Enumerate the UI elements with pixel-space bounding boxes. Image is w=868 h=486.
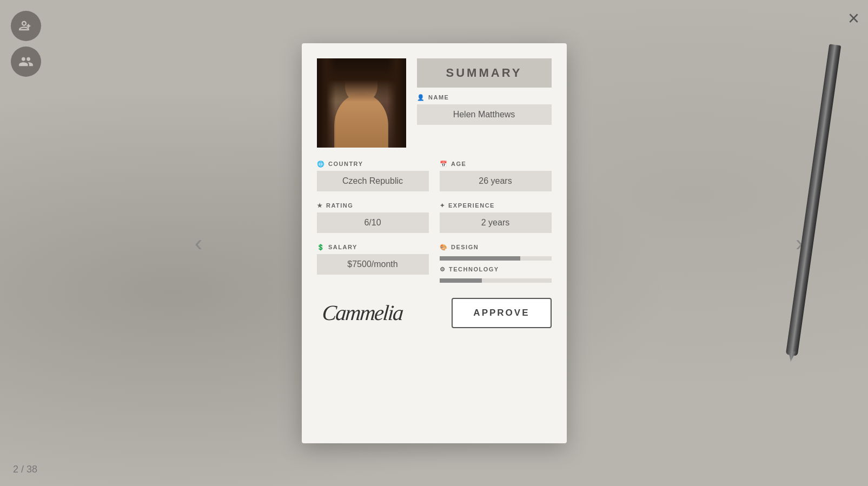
- palette-icon: 🎨: [440, 244, 448, 251]
- hair-right: [387, 58, 406, 148]
- technology-bar-bg: [440, 278, 552, 283]
- technology-label-row: ⚙ TECHNOLOGY: [440, 266, 552, 273]
- experience-label-text: EXPERIENCE: [448, 202, 495, 209]
- technology-skill: ⚙ TECHNOLOGY: [440, 266, 552, 283]
- name-section: 👤 NAME Helen Matthews: [417, 94, 552, 125]
- profile-photo: [317, 58, 406, 148]
- technology-bar-fill: [440, 278, 482, 283]
- summary-title: SUMMARY: [417, 58, 552, 88]
- experience-value: 2 years: [440, 212, 552, 233]
- salary-value: $7500/month: [317, 254, 429, 275]
- users-button[interactable]: [11, 46, 41, 77]
- salary-field: 💲 SALARY $7500/month: [317, 244, 429, 283]
- profile-card: SUMMARY 👤 NAME Helen Matthews 🌐 COUNTRY …: [302, 43, 567, 443]
- age-label-text: AGE: [451, 161, 466, 167]
- users-icon: [18, 54, 34, 69]
- signature: Cammelia: [315, 300, 409, 325]
- experience-field: ✦ EXPERIENCE 2 years: [440, 202, 552, 233]
- globe-icon: 🌐: [317, 161, 326, 168]
- nav-prev-button[interactable]: ‹: [195, 230, 202, 256]
- pen-decoration: [786, 44, 842, 356]
- rating-value: 6/10: [317, 212, 429, 233]
- design-bar-fill: [440, 256, 520, 261]
- age-value: 26 years: [440, 171, 552, 191]
- design-label-text: DESIGN: [451, 244, 479, 250]
- close-button[interactable]: ×: [848, 9, 859, 28]
- country-label-text: COUNTRY: [328, 161, 363, 167]
- dollar-icon: 💲: [317, 244, 326, 251]
- rating-field: ★ RATING 6/10: [317, 202, 429, 233]
- experience-label-row: ✦ EXPERIENCE: [440, 202, 552, 209]
- profile-photo-placeholder: [317, 58, 406, 148]
- name-label-row: 👤 NAME: [417, 94, 552, 101]
- salary-label-text: SALARY: [328, 244, 357, 250]
- design-label-row: 🎨 DESIGN: [440, 244, 552, 251]
- design-skill: 🎨 DESIGN: [440, 244, 552, 261]
- rating-label-text: RATING: [326, 202, 353, 209]
- hair-left: [317, 58, 336, 148]
- calendar-icon: 📅: [440, 161, 448, 168]
- name-label-text: NAME: [428, 94, 449, 101]
- country-label-row: 🌐 COUNTRY: [317, 161, 429, 168]
- salary-skills-row: 💲 SALARY $7500/month 🎨 DESIGN ⚙ TEC: [317, 244, 552, 283]
- skills-section: 🎨 DESIGN ⚙ TECHNOLOGY: [440, 244, 552, 283]
- add-person-icon: [18, 18, 34, 34]
- country-value: Czech Republic: [317, 171, 429, 191]
- gear-icon: ⚙: [440, 266, 446, 273]
- age-label-row: 📅 AGE: [440, 161, 552, 168]
- country-age-row: 🌐 COUNTRY Czech Republic 📅 AGE 26 years: [317, 161, 552, 191]
- design-bar-bg: [440, 256, 552, 261]
- rating-label-row: ★ RATING: [317, 202, 429, 209]
- summary-header: SUMMARY 👤 NAME Helen Matthews: [417, 58, 552, 148]
- person-icon: 👤: [417, 94, 426, 101]
- card-top-section: SUMMARY 👤 NAME Helen Matthews: [317, 58, 552, 148]
- star-icon: ★: [317, 202, 323, 209]
- add-user-button[interactable]: [11, 11, 41, 41]
- name-value: Helen Matthews: [417, 104, 552, 125]
- puzzle-icon: ✦: [440, 202, 446, 209]
- salary-label-row: 💲 SALARY: [317, 244, 429, 251]
- country-field: 🌐 COUNTRY Czech Republic: [317, 161, 429, 191]
- age-field: 📅 AGE 26 years: [440, 161, 552, 191]
- rating-experience-row: ★ RATING 6/10 ✦ EXPERIENCE 2 years: [317, 202, 552, 233]
- card-bottom: Cammelia APPROVE: [317, 298, 552, 328]
- approve-button[interactable]: APPROVE: [452, 298, 551, 328]
- top-left-nav: [11, 11, 41, 77]
- page-counter: 2 / 38: [13, 464, 37, 475]
- technology-label-text: TECHNOLOGY: [449, 266, 499, 272]
